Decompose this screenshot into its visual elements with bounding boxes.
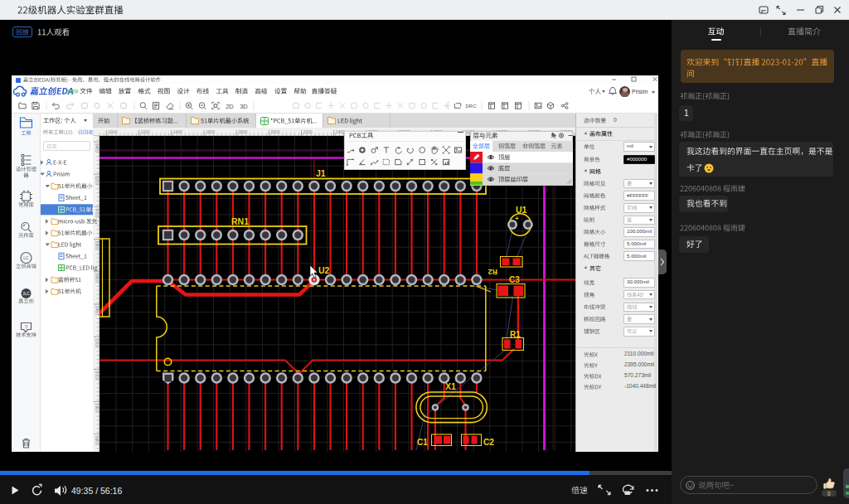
- svg-text:X1: X1: [445, 381, 456, 391]
- svg-text:2000: 2000: [270, 129, 279, 134]
- svg-text:U1: U1: [516, 205, 527, 215]
- svg-text:+: +: [515, 215, 519, 222]
- svg-text:1000: 1000: [108, 129, 117, 134]
- svg-text:1800: 1800: [238, 129, 247, 134]
- svg-text:JLC: JLC: [22, 291, 30, 296]
- svg-text:LC: LC: [23, 255, 29, 260]
- svg-text:2200: 2200: [303, 129, 313, 134]
- svg-text:U2: U2: [318, 265, 330, 275]
- svg-text:C2: C2: [483, 438, 494, 447]
- svg-text:2D: 2D: [226, 103, 234, 110]
- svg-text:DRC: DRC: [466, 104, 478, 109]
- svg-text:?: ?: [25, 324, 28, 330]
- svg-text:RN1: RN1: [231, 216, 249, 226]
- svg-text:1400: 1400: [173, 129, 182, 134]
- svg-text:C3: C3: [509, 275, 520, 284]
- svg-text:1200: 1200: [141, 129, 150, 134]
- svg-text:J1: J1: [316, 168, 326, 178]
- svg-text:1600: 1600: [206, 129, 215, 134]
- svg-text:3D: 3D: [240, 103, 248, 110]
- svg-text:R1: R1: [510, 330, 521, 339]
- svg-text:C1: C1: [417, 438, 428, 447]
- svg-text:R2: R2: [488, 268, 497, 276]
